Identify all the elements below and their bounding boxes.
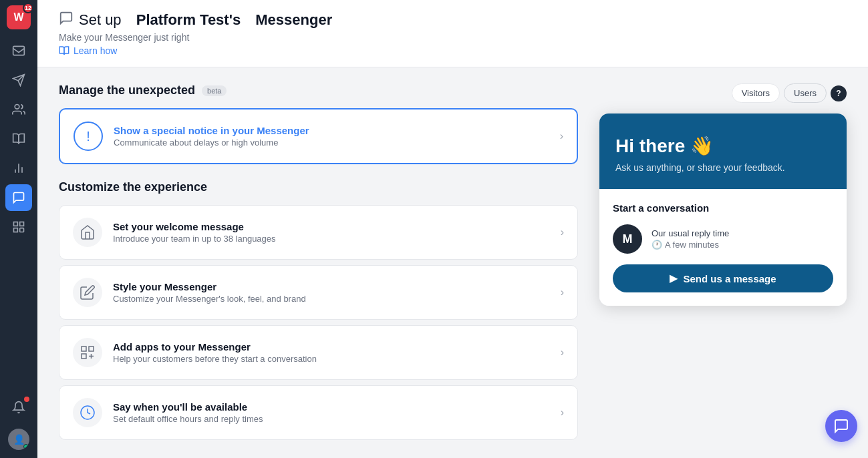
- logo[interactable]: W 12: [7, 5, 31, 29]
- messenger-icon[interactable]: [5, 184, 32, 211]
- logo-letter: W: [13, 11, 23, 23]
- style-card-text: Style your Messenger Customize your Mess…: [113, 281, 550, 304]
- reply-time-block: Our usual reply time 🕐 A few minutes: [652, 228, 833, 250]
- notice-card-icon: !: [74, 122, 103, 151]
- send-button-label: Send us a message: [683, 273, 776, 284]
- apps-card-title: Add apps to your Messenger: [113, 341, 550, 353]
- messenger-preview-header: Hi there 👋 Ask us anything, or share you…: [599, 113, 847, 189]
- svg-rect-9: [82, 347, 86, 351]
- title-suffix: Messenger: [255, 11, 332, 29]
- content-area: Manage the unexpected beta ! Show a spec…: [37, 67, 868, 458]
- manage-section-header: Manage the unexpected beta: [59, 83, 578, 97]
- title-workspace: Platform Test's: [136, 11, 241, 29]
- notice-card-text: Show a special notice in your Messenger …: [114, 125, 549, 148]
- customize-section-header: Customize the experience: [59, 180, 578, 194]
- users-icon[interactable]: [5, 96, 32, 123]
- add-apps-card[interactable]: Add apps to your Messenger Help your cus…: [59, 325, 578, 380]
- users-tab[interactable]: Users: [784, 83, 827, 103]
- user-avatar[interactable]: 👤: [5, 426, 32, 453]
- main-container: Set up Platform Test's Messenger Make yo…: [37, 0, 868, 458]
- welcome-card-text: Set your welcome message Introduce your …: [113, 221, 550, 244]
- svg-rect-5: [14, 222, 18, 226]
- messenger-subtext: Ask us anything, or share your feedback.: [615, 162, 831, 173]
- messenger-preview-body: Start a conversation M Our usual reply t…: [599, 189, 847, 306]
- avatar: 👤: [8, 429, 29, 450]
- badge: 12: [23, 3, 33, 13]
- notice-chevron-icon: ›: [560, 130, 563, 142]
- conversation-row: M Our usual reply time 🕐 A few minutes: [613, 224, 833, 254]
- sidebar: W 12 👤: [0, 0, 37, 458]
- style-messenger-card[interactable]: Style your Messenger Customize your Mess…: [59, 265, 578, 320]
- clock-icon: 🕐: [652, 240, 662, 250]
- left-panel: Manage the unexpected beta ! Show a spec…: [59, 83, 578, 442]
- beta-badge: beta: [202, 85, 227, 96]
- availability-chevron-icon: ›: [561, 407, 564, 419]
- availability-card-text: Say when you'll be available Set default…: [113, 401, 550, 424]
- style-card-desc: Customize your Messenger's look, feel, a…: [113, 294, 550, 304]
- learn-how-label: Learn how: [74, 45, 117, 56]
- floating-chat-button[interactable]: [825, 410, 857, 442]
- availability-card-desc: Set default office hours and reply times: [113, 414, 550, 424]
- svg-rect-0: [13, 46, 25, 55]
- apps-chevron-icon: ›: [561, 347, 564, 359]
- send-icon: ▶: [670, 272, 678, 284]
- online-dot: [23, 444, 29, 449]
- notification-dot: [24, 397, 29, 402]
- welcome-card-title: Set your welcome message: [113, 221, 550, 232]
- welcome-message-card[interactable]: Set your welcome message Introduce your …: [59, 205, 578, 260]
- reply-time-value: 🕐 A few minutes: [652, 240, 833, 250]
- campaigns-icon[interactable]: [5, 67, 32, 93]
- messenger-preview: Hi there 👋 Ask us anything, or share you…: [599, 113, 847, 306]
- reply-time-label: Our usual reply time: [652, 228, 833, 238]
- header-subtitle: Make your Messenger just right: [59, 32, 847, 43]
- knowledge-icon[interactable]: [5, 126, 32, 152]
- apps-card-icon: [73, 338, 102, 367]
- special-notice-card[interactable]: ! Show a special notice in your Messenge…: [59, 108, 578, 164]
- notice-card-desc: Communicate about delays or high volume: [114, 138, 549, 148]
- style-card-icon: [73, 278, 102, 307]
- welcome-card-desc: Introduce your team in up to 38 language…: [113, 234, 550, 244]
- svg-point-1: [15, 105, 19, 109]
- visitors-tab[interactable]: Visitors: [732, 83, 780, 103]
- availability-card[interactable]: Say when you'll be available Set default…: [59, 385, 578, 440]
- notifications-icon[interactable]: [5, 394, 32, 421]
- reply-time-text: A few minutes: [665, 240, 719, 250]
- welcome-chevron-icon: ›: [561, 226, 564, 238]
- welcome-card-icon: [73, 218, 102, 247]
- header: Set up Platform Test's Messenger Make yo…: [37, 0, 868, 67]
- title-prefix: Set up: [79, 11, 122, 29]
- svg-rect-10: [89, 347, 94, 351]
- notice-card-title: Show a special notice in your Messenger: [114, 125, 549, 136]
- style-chevron-icon: ›: [561, 286, 564, 298]
- apps-icon[interactable]: [5, 214, 32, 240]
- send-message-button[interactable]: ▶ Send us a message: [613, 264, 833, 292]
- customize-section-title: Customize the experience: [59, 180, 207, 194]
- svg-rect-8: [20, 228, 24, 232]
- help-icon[interactable]: ?: [831, 85, 847, 101]
- messenger-header-icon: [59, 11, 74, 29]
- customize-section: Customize the experience Set your welcom…: [59, 180, 578, 440]
- right-panel: Visitors Users ? Hi there 👋 Ask us anyth…: [599, 83, 847, 442]
- start-conversation-label: Start a conversation: [613, 202, 833, 214]
- apps-card-desc: Help your customers before they start a …: [113, 354, 550, 364]
- tab-controls: Visitors Users ?: [599, 83, 847, 103]
- style-card-title: Style your Messenger: [113, 281, 550, 292]
- svg-rect-11: [82, 354, 86, 359]
- reports-icon[interactable]: [5, 155, 32, 182]
- page-title: Set up Platform Test's Messenger: [59, 11, 847, 29]
- availability-card-icon: [73, 398, 102, 427]
- svg-rect-6: [20, 222, 24, 226]
- manage-section-title: Manage the unexpected: [59, 83, 195, 97]
- apps-card-text: Add apps to your Messenger Help your cus…: [113, 341, 550, 364]
- availability-card-title: Say when you'll be available: [113, 401, 550, 413]
- conversation-avatar: M: [613, 224, 642, 254]
- messenger-greeting: Hi there 👋: [615, 135, 831, 157]
- learn-how-link[interactable]: Learn how: [59, 45, 847, 56]
- svg-rect-7: [14, 228, 18, 232]
- inbox-icon[interactable]: [5, 37, 32, 64]
